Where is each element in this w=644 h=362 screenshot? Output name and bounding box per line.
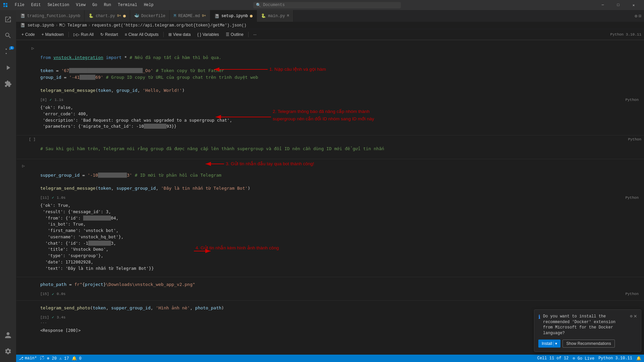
tab-dockerfile[interactable]: 🐳 Dockerfile	[130, 10, 170, 22]
sync-icon[interactable]	[40, 355, 44, 361]
cell-3-exec-count: [11]	[40, 196, 49, 200]
tab-main-py[interactable]: 🐍 main.py M	[257, 10, 293, 22]
show-recommendations-button[interactable]: Show Recommendations	[562, 340, 614, 348]
run-all-icon: ▷▷	[73, 32, 79, 37]
activity-item-search[interactable]	[0, 27, 16, 44]
split-editor-icon[interactable]: ⊡	[639, 13, 641, 19]
svg-rect-3	[6, 5, 7, 7]
cell-3-run-button[interactable]: ▷	[19, 162, 28, 170]
code-label: Code	[25, 32, 35, 37]
close-button[interactable]: ✕	[626, 0, 641, 10]
activity-item-extensions[interactable]	[0, 76, 16, 92]
status-bar-right: Cell 11 of 12 ⊙ Go Live Python 3.10.11 🔔	[537, 356, 641, 361]
menu-terminal[interactable]: Terminal	[116, 2, 139, 8]
breadcrumb-code: requests.get('https://api.telegram.org/b…	[92, 23, 247, 28]
install-label: Install	[542, 341, 552, 346]
menu-selection[interactable]: Selection	[46, 2, 71, 8]
cell-6-dots: ···	[40, 321, 47, 325]
notebook-content[interactable]: ▷ from vnstock.integration import * # Nế…	[16, 40, 644, 355]
tab-label: trading_function.ipynb	[27, 14, 80, 18]
cell-5-exec-count: [21]	[40, 315, 49, 319]
tab-label: main.py	[268, 14, 285, 18]
tab-setup-ipynb[interactable]: 📓 setup.ipynb	[210, 10, 257, 22]
settings-icon[interactable]: ⚙	[635, 13, 637, 19]
menu-help[interactable]: Help	[143, 2, 155, 8]
run-all-label: Run All	[81, 32, 94, 37]
tab-readme[interactable]: M README.md 9+	[170, 10, 210, 22]
toolbar-separator-3	[248, 32, 249, 37]
git-icon: ⎇	[19, 356, 23, 361]
notifications-count[interactable]: 🔔 0	[72, 356, 82, 361]
minimize-button[interactable]: ─	[595, 0, 610, 10]
tab-modified-dot	[123, 15, 126, 17]
errors-count[interactable]: ⊗ 20	[47, 356, 57, 361]
notification-close-button[interactable]: ✕	[634, 314, 637, 336]
cell-3-lang: Python	[625, 196, 639, 200]
outline-icon: ☰	[226, 32, 229, 37]
install-button[interactable]: Install ▾	[538, 340, 560, 348]
activity-item-explorer[interactable]	[0, 11, 16, 27]
outline-button[interactable]: ☰ Outline	[223, 32, 246, 38]
activity-item-accounts[interactable]	[0, 327, 16, 343]
python-status[interactable]: Python 3.10.11	[598, 356, 632, 361]
activity-item-run[interactable]	[0, 60, 16, 76]
svg-rect-0	[3, 3, 5, 5]
tab-label: README.md	[178, 14, 200, 18]
notification-text: Do you want to install the recommended '…	[543, 314, 627, 336]
notification-icon: ℹ	[538, 314, 540, 336]
notifications-bell[interactable]: 🔔	[636, 356, 641, 361]
menu-view[interactable]: View	[74, 2, 87, 8]
cell-3-output: [11] ✓ 1.0s Python {'ok': True, 'result'…	[16, 195, 644, 274]
activity-bar-bottom	[0, 327, 16, 362]
variables-button[interactable]: { } Variables	[195, 32, 222, 38]
view-data-button[interactable]: ⊞ View data	[166, 32, 193, 38]
activity-item-settings[interactable]	[0, 343, 16, 359]
show-recommendations-label: Show Recommendations	[566, 341, 611, 346]
restart-button[interactable]: ↻ Restart	[98, 32, 121, 38]
tab-label: Dockerfile	[141, 14, 165, 18]
menu-file[interactable]: File	[13, 2, 26, 8]
more-button[interactable]: ···	[251, 32, 259, 38]
cell-1-time: 1.1s	[54, 98, 63, 102]
add-markdown-button[interactable]: + Markdown	[39, 32, 66, 38]
variables-icon: { }	[197, 32, 201, 37]
tab-icon: 📓	[214, 14, 219, 19]
notification-settings-icon[interactable]: ⚙	[630, 314, 632, 336]
notification-actions: Install ▾ Show Recommendations	[538, 340, 637, 348]
cell-4-check: ✓	[52, 292, 54, 296]
menu-run[interactable]: Run	[103, 2, 113, 8]
menu-edit[interactable]: Edit	[30, 2, 42, 8]
notification-header: ℹ Do you want to install the recommended…	[538, 314, 637, 336]
cell-2: [ ] Python # Sau khi gọi hàm trên, Teleg…	[16, 135, 644, 156]
tab-chart-py[interactable]: 🐍 chart.py 9+	[85, 10, 130, 22]
warnings-count[interactable]: ⚠ 17	[59, 356, 69, 361]
plus-icon: +	[21, 32, 24, 37]
breadcrumb-file: 📓 setup.ipynb	[20, 23, 54, 28]
dropdown-arrow-icon[interactable]: ▾	[553, 341, 557, 346]
app-icon	[3, 2, 8, 8]
cell-3: ▷ supper_group_id = '-10███████████3' # …	[16, 159, 644, 195]
variables-label: Variables	[203, 32, 219, 37]
maximize-button[interactable]: □	[610, 0, 626, 10]
tab-icon: M	[174, 14, 176, 18]
markdown-label: Markdown	[45, 32, 64, 37]
branch-name: main*	[25, 356, 37, 361]
breadcrumb-section: M⬡ Telegram	[59, 23, 87, 28]
cell-3-output-text: {'ok': True, 'result': {'message_id': 3,…	[40, 201, 641, 273]
search-icon: 🔍	[256, 3, 261, 8]
cell-3-time: 1.0s	[57, 196, 65, 200]
notification-docker: ℹ Do you want to install the recommended…	[534, 309, 641, 352]
tab-icon: 🐍	[89, 13, 94, 18]
tab-trading-function[interactable]: 📓 trading_function.ipynb	[16, 10, 85, 22]
go-live-btn[interactable]: ⊙ Go Live	[573, 356, 594, 361]
add-code-button[interactable]: + Code	[19, 32, 38, 38]
menu-bar[interactable]: File Edit Selection View Go Run Terminal…	[13, 2, 155, 8]
search-placeholder: Documents	[263, 3, 285, 7]
tab-icon: 🐍	[261, 13, 266, 18]
search-bar[interactable]: 🔍 Documents	[253, 2, 401, 8]
clear-outputs-button[interactable]: ≡ Clear All Outputs	[122, 32, 161, 38]
activity-item-source-control[interactable]: 1	[0, 44, 16, 60]
cell-1-run-button[interactable]: ▷	[29, 44, 37, 52]
menu-go[interactable]: Go	[91, 2, 98, 8]
run-all-button[interactable]: ▷▷ Run All	[71, 32, 96, 38]
